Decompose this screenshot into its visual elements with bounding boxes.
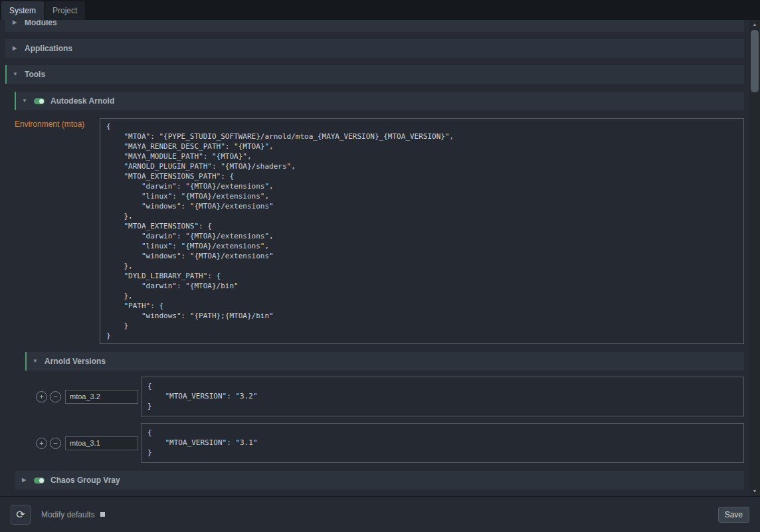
version-key-input[interactable] bbox=[65, 390, 138, 404]
arnold-enabled-toggle[interactable] bbox=[34, 98, 45, 104]
toggle-knob bbox=[39, 478, 44, 483]
remove-version-button[interactable]: − bbox=[50, 391, 61, 402]
chevron-down-icon: ▼ bbox=[13, 72, 19, 77]
environment-label: Environment (mtoa) bbox=[15, 118, 100, 129]
remove-version-button[interactable]: − bbox=[50, 438, 61, 449]
section-applications-header[interactable]: ▶ Applications bbox=[5, 39, 744, 58]
chevron-down-icon: ▼ bbox=[22, 98, 28, 104]
group-chaos-vray-label: Chaos Group Vray bbox=[50, 476, 120, 485]
section-modules-header[interactable]: ▶ Modules bbox=[5, 20, 744, 32]
tab-system[interactable]: System bbox=[1, 1, 44, 20]
version-json-editor[interactable]: { "MTOA_VERSION": "3.1" } bbox=[141, 423, 744, 463]
section-applications-label: Applications bbox=[25, 44, 72, 53]
version-row: + − { "MTOA_VERSION": "3.2" } bbox=[25, 377, 744, 416]
version-json-editor[interactable]: { "MTOA_VERSION": "3.2" } bbox=[141, 377, 744, 416]
vertical-scrollbar[interactable]: ▲ ▼ bbox=[749, 20, 760, 496]
add-version-button[interactable]: + bbox=[36, 438, 47, 449]
group-autodesk-arnold-header[interactable]: ▼ Autodesk Arnold bbox=[15, 92, 744, 110]
arnold-versions-group: ▼ Arnold Versions + − { "MTOA_VERSION": … bbox=[25, 352, 744, 463]
modify-defaults-indicator[interactable] bbox=[100, 512, 105, 517]
scroll-up-button[interactable]: ▲ bbox=[749, 20, 760, 29]
chevron-right-icon: ▶ bbox=[13, 20, 19, 25]
group-chaos-vray-header[interactable]: ▶ Chaos Group Vray bbox=[15, 471, 744, 489]
group-autodesk-arnold-label: Autodesk Arnold bbox=[50, 96, 114, 106]
refresh-icon: ⟳ bbox=[16, 508, 25, 521]
tab-bar: System Project bbox=[0, 0, 760, 20]
chevron-down-icon: ▼ bbox=[33, 359, 39, 364]
group-autodesk-arnold-body: Environment (mtoa) { "MTOA": "{PYPE_STUD… bbox=[15, 118, 744, 463]
section-tools-header[interactable]: ▼ Tools bbox=[5, 65, 744, 84]
scroll-down-button[interactable]: ▼ bbox=[749, 487, 760, 496]
environment-json-editor[interactable]: { "MTOA": "{PYPE_STUDIO_SOFTWARE}/arnold… bbox=[100, 118, 744, 344]
tab-project[interactable]: Project bbox=[45, 1, 85, 20]
toggle-knob bbox=[39, 99, 44, 104]
arnold-versions-header[interactable]: ▼ Arnold Versions bbox=[25, 352, 744, 371]
settings-scroll-area: ▶ Modules ▶ Applications ▼ Tools ▼ Autod… bbox=[0, 20, 749, 496]
save-button[interactable]: Save bbox=[718, 507, 749, 523]
environment-field-row: Environment (mtoa) { "MTOA": "{PYPE_STUD… bbox=[15, 118, 744, 344]
modify-defaults-label: Modify defaults bbox=[41, 510, 95, 519]
chevron-right-icon: ▶ bbox=[13, 46, 19, 51]
section-tools-label: Tools bbox=[25, 70, 45, 79]
scrollbar-thumb[interactable] bbox=[751, 30, 759, 92]
section-modules-label: Modules bbox=[25, 20, 57, 27]
version-key-input[interactable] bbox=[65, 436, 138, 450]
refresh-button[interactable]: ⟳ bbox=[11, 505, 31, 525]
chevron-right-icon: ▶ bbox=[22, 478, 28, 483]
add-version-button[interactable]: + bbox=[36, 391, 47, 402]
vray-enabled-toggle[interactable] bbox=[34, 478, 45, 484]
section-tools-body: ▼ Autodesk Arnold Environment (mtoa) { "… bbox=[15, 92, 744, 489]
arnold-versions-label: Arnold Versions bbox=[45, 357, 106, 366]
version-row: + − { "MTOA_VERSION": "3.1" } bbox=[25, 423, 744, 463]
footer-bar: ⟳ Modify defaults Save bbox=[0, 496, 760, 532]
